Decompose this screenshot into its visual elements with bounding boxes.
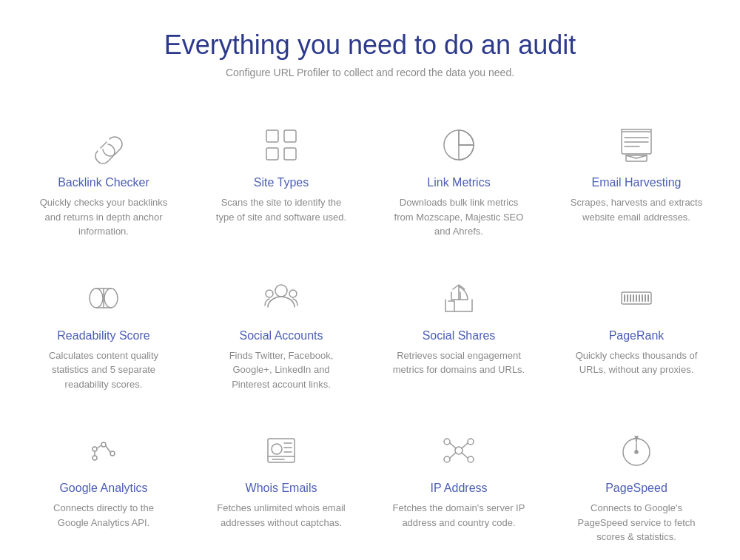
pagespeed-desc: Connects to Google's PageSpeed service t… [570, 501, 703, 544]
svg-rect-3 [284, 148, 296, 160]
page-title: Everything you need to do an audit [15, 30, 725, 61]
svg-point-51 [468, 439, 474, 445]
backlink-checker-icon [78, 123, 130, 167]
svg-line-38 [97, 445, 101, 448]
feature-social-accounts: Social Accounts Finds Twitter, Facebook,… [192, 261, 370, 414]
ip-address-title: IP Address [430, 482, 487, 495]
feature-site-types: Site Types Scans the site to identify th… [192, 108, 370, 261]
whois-emails-title: Whois Emails [246, 482, 317, 495]
backlink-checker-title: Backlink Checker [58, 176, 149, 189]
page-subtitle: Configure URL Profiler to collect and re… [15, 67, 725, 78]
svg-point-43 [272, 444, 282, 454]
feature-google-analytics: Google Analytics Connects directly to th… [15, 414, 192, 560]
link-metrics-icon [433, 123, 485, 167]
svg-rect-0 [266, 130, 278, 142]
svg-point-35 [92, 447, 97, 451]
svg-point-23 [266, 290, 273, 297]
readability-score-desc: Calculates content quality statistics an… [37, 348, 170, 392]
google-analytics-title: Google Analytics [59, 482, 147, 495]
pagespeed-icon [610, 428, 662, 473]
svg-line-57 [462, 453, 468, 458]
site-types-icon [255, 123, 307, 167]
link-metrics-desc: Downloads bulk link metrics from Mozscap… [392, 195, 525, 239]
svg-line-56 [450, 453, 456, 458]
social-shares-icon [433, 276, 485, 320]
google-analytics-desc: Connects directly to the Google Analytic… [37, 501, 170, 530]
feature-readability-score: Readability Score Calculates content qua… [15, 261, 192, 414]
feature-pagerank: PageRank Quickly checks thousands of URL… [548, 261, 725, 414]
email-harvesting-desc: Scrapes, harvests and extracts website e… [570, 195, 703, 224]
svg-point-40 [92, 456, 97, 460]
social-accounts-desc: Finds Twitter, Facebook, Google+, Linked… [215, 348, 348, 392]
site-types-title: Site Types [254, 176, 309, 189]
whois-emails-icon [255, 428, 307, 473]
email-harvesting-title: Email Harvesting [592, 176, 682, 189]
ip-address-desc: Fetches the domain's server IP address a… [392, 501, 525, 530]
ip-address-icon [433, 428, 485, 473]
svg-point-52 [444, 456, 450, 462]
svg-line-54 [450, 443, 456, 448]
readability-score-icon [78, 276, 130, 320]
feature-ip-address: IP Address Fetches the domain's server I… [370, 414, 548, 560]
social-shares-title: Social Shares [423, 329, 496, 343]
email-harvesting-icon [610, 123, 662, 167]
feature-email-harvesting: Email Harvesting Scrapes, harvests and e… [548, 108, 725, 261]
pagespeed-title: PageSpeed [605, 482, 667, 495]
social-shares-desc: Retrieves social engagement metrics for … [392, 348, 525, 377]
features-grid: Backlink Checker Quickly checks your bac… [15, 108, 725, 560]
svg-point-17 [90, 289, 103, 308]
svg-point-37 [110, 451, 115, 456]
feature-pagespeed: PageSpeed Connects to Google's PageSpeed… [548, 414, 725, 560]
svg-line-39 [106, 446, 110, 452]
svg-rect-1 [284, 130, 296, 142]
page-header: Everything you need to do an audit Confi… [15, 30, 725, 78]
svg-point-18 [104, 289, 118, 308]
page: Everything you need to do an audit Confi… [0, 0, 740, 560]
readability-score-title: Readability Score [57, 329, 149, 343]
svg-point-50 [444, 439, 450, 445]
svg-point-53 [468, 456, 474, 462]
google-analytics-icon [78, 428, 130, 473]
feature-link-metrics: Link Metrics Downloads bulk link metrics… [370, 108, 548, 261]
pagerank-title: PageRank [609, 329, 665, 343]
feature-whois-emails: Whois Emails Fetches unlimited whois ema… [192, 414, 370, 560]
whois-emails-desc: Fetches unlimited whois email addresses … [215, 501, 348, 530]
site-types-desc: Scans the site to identify the type of s… [215, 195, 348, 224]
pagerank-desc: Quickly checks thousands of URLs, withou… [570, 348, 703, 377]
svg-point-36 [101, 442, 106, 447]
svg-rect-2 [266, 148, 278, 160]
svg-line-55 [462, 443, 468, 448]
pagerank-icon [610, 276, 662, 320]
feature-social-shares: Social Shares Retrieves social engagemen… [370, 261, 548, 414]
svg-point-22 [275, 285, 287, 297]
social-accounts-icon [255, 276, 307, 320]
backlink-checker-desc: Quickly checks your backlinks and return… [37, 195, 170, 239]
svg-rect-7 [622, 132, 651, 154]
svg-point-24 [289, 290, 297, 297]
social-accounts-title: Social Accounts [240, 329, 323, 343]
link-metrics-title: Link Metrics [427, 176, 490, 189]
feature-backlink-checker: Backlink Checker Quickly checks your bac… [15, 108, 192, 261]
